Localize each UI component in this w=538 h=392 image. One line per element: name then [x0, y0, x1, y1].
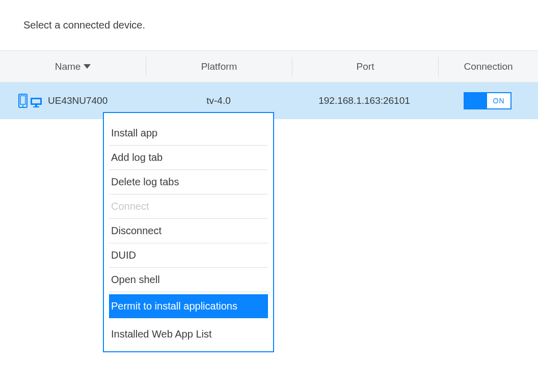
- menu-item-add-log-tab[interactable]: Add log tab: [109, 146, 268, 170]
- svg-rect-5: [35, 105, 37, 106]
- column-label: Connection: [464, 61, 513, 72]
- context-menu: Install app Add log tab Delete log tabs …: [103, 112, 274, 352]
- menu-item-connect: Connect: [109, 194, 268, 219]
- device-platform-cell: tv-4.0: [146, 95, 291, 106]
- menu-item-permit-install[interactable]: Permit to install applications: [109, 294, 268, 318]
- column-header-port[interactable]: Port: [292, 61, 438, 72]
- phone-icon: [18, 94, 28, 108]
- svg-rect-4: [32, 99, 40, 103]
- toggle-knob: ON: [487, 93, 510, 108]
- column-header-platform[interactable]: Platform: [146, 61, 292, 72]
- sort-desc-icon: [84, 64, 91, 69]
- monitor-icon: [30, 97, 43, 108]
- device-platform: tv-4.0: [206, 95, 231, 106]
- toggle-label: ON: [493, 97, 505, 105]
- svg-rect-6: [33, 106, 39, 107]
- menu-item-duid[interactable]: DUID: [109, 243, 268, 268]
- svg-point-2: [22, 105, 24, 107]
- connection-toggle[interactable]: ON: [464, 92, 512, 109]
- device-port-cell: 192.168.1.163:26101: [291, 95, 437, 106]
- table-header-row: Name Platform Port Connection: [0, 51, 538, 82]
- device-name-cell: UE43NU7400: [0, 94, 146, 108]
- menu-item-disconnect[interactable]: Disconnect: [109, 219, 268, 243]
- menu-item-delete-log-tabs[interactable]: Delete log tabs: [109, 170, 268, 194]
- svg-rect-1: [20, 96, 25, 104]
- device-name: UE43NU7400: [48, 95, 107, 106]
- device-port: 192.168.1.163:26101: [318, 95, 410, 106]
- column-label: Platform: [201, 61, 237, 72]
- menu-item-install-app[interactable]: Install app: [109, 121, 268, 146]
- menu-item-installed-list[interactable]: Installed Web App List: [109, 322, 268, 346]
- column-label: Name: [55, 61, 81, 72]
- device-type-icons: [18, 94, 43, 108]
- page-title: Select a connected device.: [0, 0, 538, 31]
- column-header-name[interactable]: Name: [0, 61, 146, 72]
- menu-item-open-shell[interactable]: Open shell: [109, 268, 268, 292]
- device-table: Name Platform Port Connection: [0, 50, 538, 119]
- device-connection-cell: ON: [437, 92, 538, 109]
- column-label: Port: [357, 61, 374, 72]
- column-header-connection[interactable]: Connection: [439, 61, 538, 72]
